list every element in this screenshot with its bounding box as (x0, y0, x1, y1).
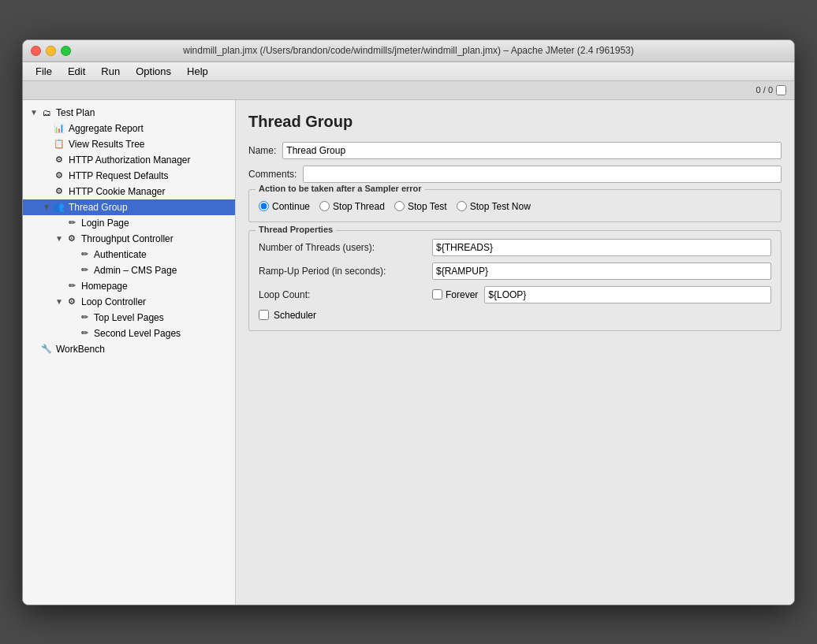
top-level-icon: ✏ (78, 311, 91, 324)
sidebar-item-authenticate[interactable]: ✏ Authenticate (23, 247, 235, 262)
toggle-aggregate (42, 124, 51, 133)
radio-stop-test[interactable]: Stop Test (394, 201, 447, 212)
toolbar-checkbox[interactable] (776, 85, 786, 95)
sidebar-item-http-cookie[interactable]: ⚙ HTTP Cookie Manager (23, 184, 235, 199)
sidebar-item-http-request-defaults[interactable]: ⚙ HTTP Request Defaults (23, 168, 235, 184)
scheduler-row: Scheduler (259, 310, 771, 321)
thread-props-section: Thread Properties Number of Threads (use… (248, 230, 782, 331)
sidebar-label-second-level: Second Level Pages (94, 328, 181, 339)
toggle-auth (42, 155, 51, 165)
name-input[interactable] (282, 142, 782, 159)
loop-row: Loop Count: Forever (259, 286, 771, 303)
view-results-icon: 📋 (53, 138, 65, 151)
toggle-thread-group[interactable]: ▼ (42, 203, 51, 212)
error-action-section: Action to be taken after a Sampler error… (248, 189, 782, 222)
sidebar-item-homepage[interactable]: ✏ Homepage (23, 278, 235, 294)
run-counter: 0 / 0 (756, 85, 773, 95)
sidebar-label-login-page: Login Page (81, 218, 129, 229)
titlebar: windmill_plan.jmx (/Users/brandon/code/w… (23, 40, 794, 62)
sidebar-label-http-request-defaults: HTTP Request Defaults (69, 170, 169, 181)
minimize-button[interactable] (46, 46, 56, 56)
comments-row: Comments: (248, 166, 782, 183)
loop-input[interactable] (484, 286, 771, 303)
rampup-input[interactable] (432, 262, 771, 280)
num-threads-input[interactable] (432, 239, 771, 256)
toggle-request-defaults (42, 171, 51, 181)
error-action-legend: Action to be taken after a Sampler error (256, 184, 425, 193)
toggle-top-level (67, 313, 76, 322)
num-threads-label: Number of Threads (users): (259, 242, 432, 253)
menu-edit[interactable]: Edit (62, 64, 91, 79)
toggle-workbench (29, 344, 39, 354)
toggle-results-tree (42, 140, 51, 149)
forever-checkbox[interactable] (432, 289, 442, 300)
radio-stop-thread-label: Stop Thread (333, 201, 385, 212)
forever-label: Forever (446, 289, 478, 300)
menu-run[interactable]: Run (95, 64, 126, 79)
sidebar-item-top-level[interactable]: ✏ Top Level Pages (23, 310, 235, 326)
radio-stop-test-label: Stop Test (408, 201, 447, 212)
radio-stop-test-now[interactable]: Stop Test Now (457, 201, 531, 212)
sidebar-item-second-level[interactable]: ✏ Second Level Pages (23, 326, 235, 341)
throughput-icon: ⚙ (65, 233, 78, 245)
http-request-defaults-icon: ⚙ (53, 169, 65, 182)
loop-icon: ⚙ (65, 296, 78, 308)
authenticate-icon: ✏ (78, 248, 91, 261)
sidebar-item-throughput-controller[interactable]: ▼ ⚙ Throughput Controller (23, 231, 235, 247)
sidebar-item-thread-group[interactable]: ▼ 👥 Thread Group (23, 199, 235, 215)
num-threads-row: Number of Threads (users): (259, 239, 771, 256)
radio-stop-thread[interactable]: Stop Thread (319, 201, 385, 212)
menu-options[interactable]: Options (129, 64, 177, 79)
sidebar-item-test-plan[interactable]: ▼ 🗂 Test Plan (23, 105, 235, 121)
toggle-admin-cms (67, 266, 76, 275)
sidebar-item-admin-cms[interactable]: ✏ Admin – CMS Page (23, 262, 235, 278)
radio-stop-test-input[interactable] (394, 201, 405, 211)
sidebar-item-aggregate-report[interactable]: 📊 Aggregate Report (23, 121, 235, 136)
comments-input[interactable] (303, 166, 782, 183)
toggle-throughput[interactable]: ▼ (54, 234, 64, 244)
sidebar-item-loop-controller[interactable]: ▼ ⚙ Loop Controller (23, 294, 235, 310)
menu-file[interactable]: File (29, 64, 58, 79)
page-title: Thread Group (248, 113, 782, 131)
radio-continue-input[interactable] (259, 201, 269, 211)
scheduler-label: Scheduler (274, 310, 316, 321)
radio-stop-test-now-input[interactable] (457, 201, 467, 211)
rampup-label: Ramp-Up Period (in seconds): (259, 266, 432, 277)
sidebar: ▼ 🗂 Test Plan 📊 Aggregate Report 📋 View … (23, 100, 236, 605)
sidebar-label-http-cookie: HTTP Cookie Manager (69, 186, 166, 197)
sidebar-label-homepage: Homepage (81, 281, 128, 292)
toggle-loop[interactable]: ▼ (54, 297, 64, 307)
main-window: windmill_plan.jmx (/Users/brandon/code/w… (22, 39, 795, 605)
sidebar-item-workbench[interactable]: 🔧 WorkBench (23, 341, 235, 357)
close-button[interactable] (31, 46, 41, 56)
toggle-homepage (54, 281, 64, 291)
main-panel: Thread Group Name: Comments: Action to b… (236, 100, 794, 605)
toggle-login (54, 218, 64, 228)
radio-group: Continue Stop Thread Stop Test Stop Test… (259, 196, 771, 212)
admin-cms-icon: ✏ (78, 264, 91, 277)
sidebar-item-login-page[interactable]: ✏ Login Page (23, 215, 235, 231)
toggle-authenticate (67, 250, 76, 259)
menu-help[interactable]: Help (181, 64, 215, 79)
toolbar: 0 / 0 (23, 81, 794, 100)
sidebar-label-http-auth: HTTP Authorization Manager (69, 154, 191, 166)
homepage-icon: ✏ (65, 280, 78, 292)
toggle-test-plan[interactable]: ▼ (29, 108, 39, 117)
menubar: File Edit Run Options Help (23, 62, 794, 81)
radio-stop-thread-input[interactable] (319, 201, 330, 211)
radio-continue[interactable]: Continue (259, 201, 310, 212)
test-plan-icon: 🗂 (40, 106, 53, 119)
scheduler-checkbox[interactable] (259, 310, 269, 320)
sidebar-item-http-auth[interactable]: ⚙ HTTP Authorization Manager (23, 152, 235, 168)
http-cookie-icon: ⚙ (53, 185, 65, 198)
name-row: Name: (248, 142, 782, 159)
thread-props-legend: Thread Properties (256, 225, 336, 234)
login-page-icon: ✏ (65, 217, 78, 229)
aggregate-report-icon: 📊 (53, 122, 65, 135)
sidebar-item-view-results-tree[interactable]: 📋 View Results Tree (23, 136, 235, 152)
sidebar-label-aggregate-report: Aggregate Report (69, 123, 144, 134)
sidebar-label-loop: Loop Controller (81, 296, 146, 307)
maximize-button[interactable] (61, 46, 71, 56)
sidebar-label-throughput: Throughput Controller (81, 233, 173, 244)
name-label: Name: (248, 145, 276, 156)
